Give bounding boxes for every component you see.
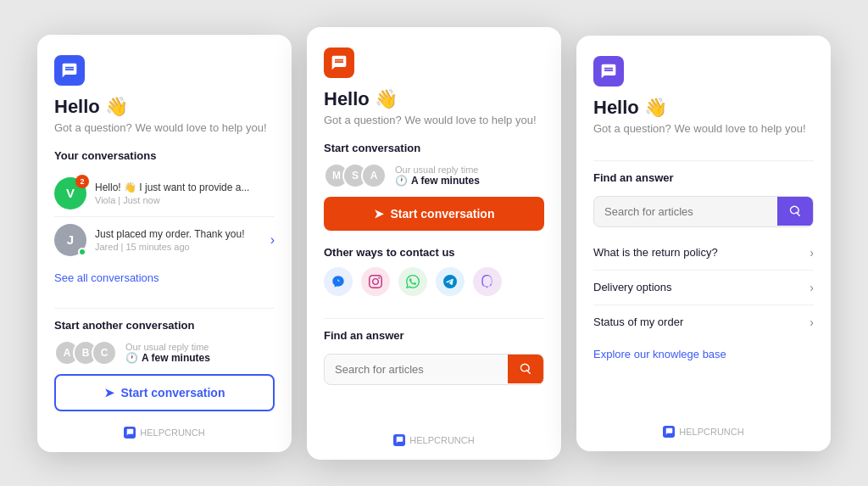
reply-label-2: Our usual reply time: [395, 165, 480, 175]
stack-av-3: C: [92, 340, 117, 366]
logo-icon-3: [593, 56, 624, 87]
reply-time-1: 🕐 A few minutes: [125, 352, 210, 364]
telegram-icon[interactable]: [436, 267, 465, 296]
reply-info-2: Our usual reply time 🕐 A few minutes: [395, 165, 480, 187]
find-answer-label-2: Find an answer: [324, 329, 544, 342]
send-icon-2: ➤: [374, 207, 384, 221]
greeting-title-1: Hello 👋: [54, 96, 275, 118]
search-section-3: [593, 196, 814, 227]
search-input-3[interactable]: [594, 197, 777, 226]
avatar-stack-1: A B C: [54, 340, 117, 366]
widget-card-2: Hello 👋 Got a question? We would love to…: [307, 27, 561, 460]
clock-icon-1: 🕐: [125, 352, 138, 364]
start-conv-label: Start conversation: [324, 142, 544, 154]
online-dot-2: [78, 248, 86, 256]
convo-meta-2: Jared | 15 minutes ago: [95, 242, 265, 252]
article-item-1[interactable]: What is the return policy? ›: [593, 236, 814, 271]
footer-3: HELPCRUNCH: [593, 414, 814, 438]
avatar-wrap-1: V 2: [54, 177, 86, 209]
see-all-conversations[interactable]: See all conversations: [54, 271, 275, 284]
conversations-label: Your conversations: [54, 149, 275, 162]
convo-info-1: Hello! 👋 I just want to provide a... Vio…: [95, 182, 275, 205]
divider-3: [593, 160, 814, 161]
divider-1: [54, 308, 275, 309]
instagram-icon[interactable]: [361, 267, 390, 296]
footer-logo-2: [393, 434, 405, 446]
reply-row-2: M S A Our usual reply time 🕐 A few minut…: [324, 163, 544, 188]
search-box-2: [324, 354, 544, 385]
send-icon-1: ➤: [104, 386, 114, 399]
social-icons: [324, 267, 544, 296]
article-text-3: Status of my order: [593, 316, 683, 328]
article-text-1: What is the return policy?: [593, 246, 718, 259]
search-input-2[interactable]: [325, 355, 508, 384]
greeting-title-3: Hello 👋: [593, 97, 814, 119]
other-ways-label: Other ways to contact us: [324, 246, 544, 259]
greeting-sub-3: Got a question? We would love to help yo…: [593, 122, 814, 135]
convo-meta-1: Viola | Just now: [95, 195, 275, 205]
stack-av-6: A: [361, 163, 387, 188]
find-answer-label-3: Find an answer: [593, 171, 814, 184]
avatar-stack-2: M S A: [324, 163, 387, 188]
convo-info-2: Just placed my order. Thank you! Jared |…: [95, 228, 265, 252]
article-list: What is the return policy? › Delivery op…: [593, 236, 814, 339]
article-arrow-1: ›: [810, 246, 814, 260]
unread-badge-1: 2: [75, 175, 89, 188]
whatsapp-icon[interactable]: [398, 267, 427, 296]
avatar-wrap-2: J: [54, 224, 86, 256]
start-another-label: Start another conversation: [54, 319, 275, 332]
convo-msg-1: Hello! 👋 I just want to provide a...: [95, 182, 275, 193]
start-conversation-button-1[interactable]: ➤ Start conversation: [54, 374, 275, 411]
greeting-title-2: Hello 👋: [324, 88, 544, 110]
widget-card-1: Hello 👋 Got a question? We would love to…: [37, 35, 292, 452]
divider-2: [324, 318, 544, 319]
messenger-icon[interactable]: [324, 267, 353, 296]
search-box-3: [593, 196, 814, 227]
logo-icon-2: [324, 47, 354, 78]
article-arrow-2: ›: [810, 281, 814, 294]
explore-link[interactable]: Explore our knowlege base: [593, 348, 814, 360]
reply-label-1: Our usual reply time: [125, 342, 210, 352]
convo-arrow-2: ›: [270, 232, 275, 248]
logo-icon-1: [54, 55, 85, 86]
convo-item-2[interactable]: J Just placed my order. Thank you! Jared…: [54, 217, 275, 263]
article-item-2[interactable]: Delivery options ›: [593, 271, 814, 305]
article-item-3[interactable]: Status of my order ›: [593, 305, 814, 339]
reply-info-1: Our usual reply time 🕐 A few minutes: [125, 342, 210, 364]
footer-1: HELPCRUNCH: [54, 415, 275, 439]
reply-row-1: A B C Our usual reply time 🕐 A few minut…: [54, 340, 275, 366]
conversation-list: V 2 Hello! 👋 I just want to provide a...…: [54, 170, 275, 263]
widget-card-3: Hello 👋 Got a question? We would love to…: [576, 36, 831, 451]
search-button-3[interactable]: [777, 197, 813, 226]
convo-item-1[interactable]: V 2 Hello! 👋 I just want to provide a...…: [54, 170, 275, 217]
greeting-sub-2: Got a question? We would love to help yo…: [324, 114, 544, 126]
greeting-sub-1: Got a question? We would love to help yo…: [54, 121, 275, 134]
search-section-2: [324, 354, 544, 385]
viber-icon[interactable]: [473, 267, 502, 296]
reply-time-2: 🕐 A few minutes: [395, 175, 480, 187]
search-button-2[interactable]: [508, 355, 543, 383]
article-arrow-3: ›: [810, 316, 814, 329]
convo-msg-2: Just placed my order. Thank you!: [95, 228, 265, 240]
clock-icon-2: 🕐: [395, 175, 408, 187]
footer-2: HELPCRUNCH: [324, 422, 544, 446]
footer-logo-1: [124, 427, 136, 439]
article-text-2: Delivery options: [593, 281, 672, 293]
footer-logo-3: [663, 426, 675, 438]
start-conversation-button-2[interactable]: ➤ Start conversation: [324, 197, 544, 231]
